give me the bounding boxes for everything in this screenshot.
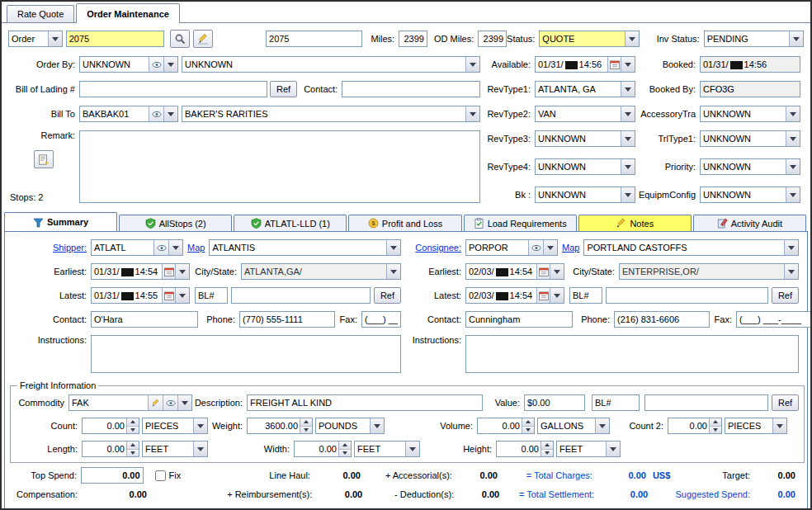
spinner-down-icon[interactable] [127,450,139,457]
chevron-down-icon[interactable] [621,131,635,146]
consignee-bl-input[interactable] [606,287,768,304]
consignee-phone-input[interactable] [614,311,710,328]
chevron-down-icon[interactable] [786,106,800,121]
consignee-code-combo[interactable]: PORPOR [465,239,558,256]
consignee-label[interactable]: Consignee: [404,243,465,253]
width-unit-combo[interactable]: FEET [354,441,420,457]
count2-spinner[interactable] [668,418,722,434]
spinner-up-icon[interactable] [522,418,534,427]
status-combo[interactable]: QUOTE [539,31,639,47]
freight-bl-input[interactable] [644,394,768,411]
consignee-latest-date-field[interactable]: 02/03/14:54 [465,287,564,304]
chevron-down-icon[interactable] [175,264,189,279]
width-input[interactable] [295,442,338,456]
shipper-name-combo[interactable]: ATLANTIS [209,239,401,256]
equipmconfig-combo[interactable]: UNKNOWN [700,187,800,203]
chevron-down-icon[interactable] [786,131,800,146]
spinner-up-icon[interactable] [300,418,312,427]
length-input[interactable] [83,442,126,456]
chevron-down-icon[interactable] [595,418,609,433]
lookup-icon[interactable] [528,240,543,255]
tab-stop-detail[interactable]: ATLATL-LLD (1) [234,215,347,231]
count-input[interactable] [83,418,126,433]
chevron-down-icon[interactable] [168,240,182,255]
shipper-instructions-textarea[interactable] [91,335,401,373]
bill-of-lading-input[interactable] [79,81,267,97]
length-spinner[interactable] [82,441,139,457]
spinner-up-icon[interactable] [127,418,139,427]
chevron-down-icon[interactable] [784,240,798,255]
chevron-down-icon[interactable] [465,57,479,72]
calendar-icon[interactable] [607,57,621,72]
consignee-bl-type-field[interactable]: BL# [569,287,602,304]
consignee-contact-input[interactable] [465,311,573,328]
spinner-down-icon[interactable] [339,450,351,457]
chevron-down-icon[interactable] [177,395,191,410]
width-spinner[interactable] [294,441,352,457]
shipper-latest-date-field[interactable]: 01/31/14:55 [91,287,190,304]
volume-input[interactable] [478,418,522,433]
spinner-down-icon[interactable] [127,427,139,434]
tab-rate-quote[interactable]: Rate Quote [7,5,74,22]
shipper-phone-input[interactable] [239,311,335,328]
bill-to-code-combo[interactable]: BAKBAK01 [79,106,178,122]
fix-checkbox[interactable] [155,470,166,481]
chevron-down-icon[interactable] [625,31,639,46]
chevron-down-icon[interactable] [193,418,207,433]
count-spinner[interactable] [82,418,139,434]
chevron-down-icon[interactable] [386,240,400,255]
description-input[interactable] [247,394,483,411]
height-unit-combo[interactable]: FEET [556,441,621,457]
lookup-icon[interactable] [149,106,163,121]
remark-image-button[interactable] [34,150,54,168]
spinner-down-icon[interactable] [300,427,312,434]
od-miles-field[interactable] [478,31,507,47]
count2-unit-combo[interactable]: PIECES [725,418,787,434]
consignee-map-link[interactable]: Map [562,243,579,253]
top-spend-input[interactable] [81,467,144,484]
tab-notes[interactable]: Notes [578,215,692,231]
chevron-down-icon[interactable] [550,264,564,279]
consignee-name-combo[interactable]: PORTLAND CASTOFFS [583,239,799,256]
priority-combo[interactable]: UNKNOWN [700,158,800,175]
tab-order-maintenance[interactable]: Order Maintenance [76,3,180,23]
chevron-down-icon[interactable] [550,288,564,303]
lookup-icon[interactable] [163,395,177,410]
shipper-label[interactable]: Shipper: [10,243,91,253]
order-by-code-combo[interactable]: UNKNOWN [79,56,178,73]
height-input[interactable] [497,442,541,456]
order-edit-button[interactable] [193,30,213,48]
count2-input[interactable] [668,418,709,433]
spinner-up-icon[interactable] [127,442,139,450]
chevron-down-icon[interactable] [163,106,177,121]
shipper-contact-input[interactable] [91,311,198,328]
chevron-down-icon[interactable] [772,418,786,433]
lookup-icon[interactable] [149,57,163,72]
tab-activity-audit[interactable]: Activity Audit [693,215,806,231]
chevron-down-icon[interactable] [543,240,557,255]
shipper-fax-input[interactable] [361,311,401,328]
chevron-down-icon[interactable] [621,159,635,174]
calendar-icon[interactable] [536,264,550,279]
spinner-up-icon[interactable] [339,442,351,450]
shipper-bl-type-field[interactable]: BL# [195,287,228,304]
chevron-down-icon[interactable] [621,187,635,202]
revtype2-combo[interactable]: VAN [535,106,635,122]
calendar-icon[interactable] [162,264,175,279]
spinner-down-icon[interactable] [541,450,553,457]
freight-ref-button[interactable]: Ref [772,394,799,411]
tab-load-requirements[interactable]: Load Requirements [464,215,577,231]
spinner-up-icon[interactable] [541,442,553,450]
order-number-input[interactable] [66,31,164,47]
bk-combo[interactable]: UNKNOWN [535,187,635,203]
chevron-down-icon[interactable] [405,442,419,456]
remark-textarea[interactable] [79,130,480,203]
miles-field[interactable] [399,31,427,47]
weight-input[interactable] [248,418,300,433]
bol-ref-button[interactable]: Ref [270,81,297,97]
chevron-down-icon[interactable] [370,418,384,433]
shipper-code-combo[interactable]: ATLATL [91,239,183,256]
available-date-field[interactable]: 01/31/14:56 [535,56,635,73]
chevron-down-icon[interactable] [606,442,620,456]
consignee-fax-input[interactable] [736,311,812,328]
